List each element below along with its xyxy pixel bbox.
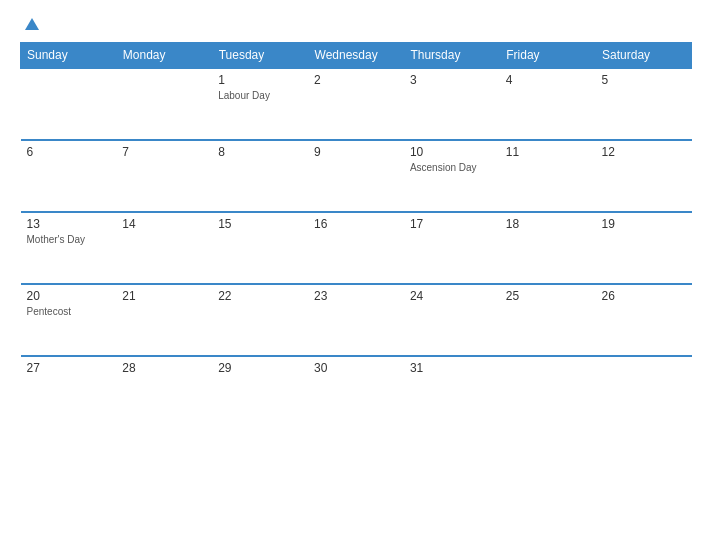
- calendar-cell: [116, 68, 212, 140]
- week-row-2: 678910Ascension Day1112: [21, 140, 692, 212]
- page: SundayMondayTuesdayWednesdayThursdayFrid…: [0, 0, 712, 550]
- calendar-cell: [500, 356, 596, 428]
- weekday-header-saturday: Saturday: [596, 43, 692, 69]
- calendar-cell: 19: [596, 212, 692, 284]
- calendar-cell: 9: [308, 140, 404, 212]
- week-row-1: 1Labour Day2345: [21, 68, 692, 140]
- weekday-header-sunday: Sunday: [21, 43, 117, 69]
- calendar-cell: 5: [596, 68, 692, 140]
- day-number: 1: [218, 73, 302, 87]
- weekday-header-thursday: Thursday: [404, 43, 500, 69]
- calendar-cell: [21, 68, 117, 140]
- logo-triangle-icon: [25, 18, 39, 30]
- calendar-cell: 15: [212, 212, 308, 284]
- day-number: 5: [602, 73, 686, 87]
- day-number: 11: [506, 145, 590, 159]
- calendar-cell: 13Mother's Day: [21, 212, 117, 284]
- day-number: 10: [410, 145, 494, 159]
- calendar-cell: 4: [500, 68, 596, 140]
- day-number: 15: [218, 217, 302, 231]
- weekday-header-wednesday: Wednesday: [308, 43, 404, 69]
- day-event: Labour Day: [218, 89, 302, 102]
- calendar-cell: 27: [21, 356, 117, 428]
- logo: [20, 18, 39, 32]
- day-event: Pentecost: [27, 305, 111, 318]
- calendar-table: SundayMondayTuesdayWednesdayThursdayFrid…: [20, 42, 692, 428]
- week-row-4: 20Pentecost212223242526: [21, 284, 692, 356]
- day-number: 28: [122, 361, 206, 375]
- day-number: 9: [314, 145, 398, 159]
- calendar-cell: 12: [596, 140, 692, 212]
- day-number: 4: [506, 73, 590, 87]
- day-number: 25: [506, 289, 590, 303]
- day-number: 21: [122, 289, 206, 303]
- calendar-cell: 24: [404, 284, 500, 356]
- calendar-cell: 29: [212, 356, 308, 428]
- day-number: 23: [314, 289, 398, 303]
- day-number: 20: [27, 289, 111, 303]
- day-number: 8: [218, 145, 302, 159]
- calendar-cell: 25: [500, 284, 596, 356]
- calendar-cell: 8: [212, 140, 308, 212]
- day-number: 18: [506, 217, 590, 231]
- day-number: 30: [314, 361, 398, 375]
- calendar-cell: 31: [404, 356, 500, 428]
- day-number: 13: [27, 217, 111, 231]
- calendar-cell: 6: [21, 140, 117, 212]
- day-event: Mother's Day: [27, 233, 111, 246]
- calendar-cell: 26: [596, 284, 692, 356]
- weekday-header-monday: Monday: [116, 43, 212, 69]
- calendar-cell: 30: [308, 356, 404, 428]
- day-number: 19: [602, 217, 686, 231]
- day-number: 26: [602, 289, 686, 303]
- calendar-cell: 11: [500, 140, 596, 212]
- day-number: 6: [27, 145, 111, 159]
- day-number: 7: [122, 145, 206, 159]
- calendar-cell: [596, 356, 692, 428]
- calendar-cell: 28: [116, 356, 212, 428]
- calendar-cell: 10Ascension Day: [404, 140, 500, 212]
- weekday-header-tuesday: Tuesday: [212, 43, 308, 69]
- weekday-header-row: SundayMondayTuesdayWednesdayThursdayFrid…: [21, 43, 692, 69]
- week-row-3: 13Mother's Day141516171819: [21, 212, 692, 284]
- calendar-cell: 16: [308, 212, 404, 284]
- calendar-cell: 7: [116, 140, 212, 212]
- day-number: 22: [218, 289, 302, 303]
- calendar-cell: 2: [308, 68, 404, 140]
- day-number: 17: [410, 217, 494, 231]
- weekday-header-friday: Friday: [500, 43, 596, 69]
- calendar-cell: 20Pentecost: [21, 284, 117, 356]
- calendar-cell: 21: [116, 284, 212, 356]
- calendar-cell: 23: [308, 284, 404, 356]
- calendar-cell: 3: [404, 68, 500, 140]
- day-number: 2: [314, 73, 398, 87]
- day-number: 31: [410, 361, 494, 375]
- calendar-cell: 18: [500, 212, 596, 284]
- day-number: 27: [27, 361, 111, 375]
- calendar-cell: 1Labour Day: [212, 68, 308, 140]
- calendar-cell: 17: [404, 212, 500, 284]
- day-number: 24: [410, 289, 494, 303]
- day-number: 3: [410, 73, 494, 87]
- day-number: 14: [122, 217, 206, 231]
- calendar-cell: 22: [212, 284, 308, 356]
- day-number: 29: [218, 361, 302, 375]
- day-number: 16: [314, 217, 398, 231]
- week-row-5: 2728293031: [21, 356, 692, 428]
- day-event: Ascension Day: [410, 161, 494, 174]
- day-number: 12: [602, 145, 686, 159]
- calendar-cell: 14: [116, 212, 212, 284]
- header: [20, 18, 692, 32]
